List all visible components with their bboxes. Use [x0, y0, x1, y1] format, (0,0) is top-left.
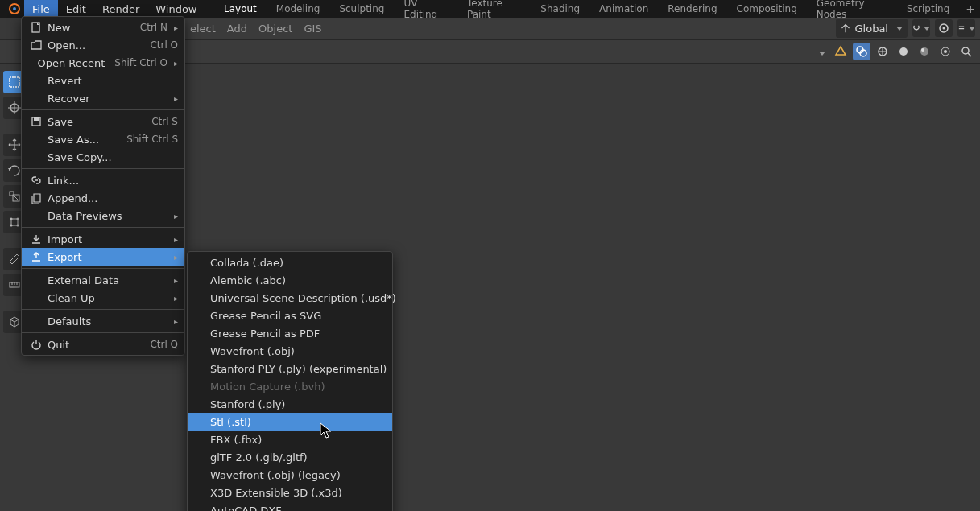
top-menu-file[interactable]: File [24, 0, 58, 18]
file-menu-open[interactable]: Open...Ctrl O [22, 36, 184, 54]
file-menu-external-data[interactable]: External Data▸ [22, 271, 184, 289]
workspace-add-button[interactable]: + [966, 2, 975, 15]
workspace-tab-compositing[interactable]: Compositing [727, 0, 807, 18]
export-wavefront-obj[interactable]: Wavefront (.obj) [188, 342, 392, 360]
submenu-arrow-icon: ▸ [174, 276, 178, 285]
file-menu-revert[interactable]: Revert [22, 72, 184, 89]
file-menu-save-as[interactable]: Save As...Shift Ctrl S [22, 130, 184, 148]
menu-item-shortcut: Ctrl S [151, 116, 178, 127]
export-autocad-dxf[interactable]: AutoCAD DXF [188, 501, 392, 511]
file-menu-recover[interactable]: Recover▸ [22, 89, 184, 107]
viewport-search[interactable] [957, 43, 975, 60]
workspace-tab-uv-editing[interactable]: UV Editing [394, 0, 457, 18]
workspace-tab-modeling[interactable]: Modeling [267, 0, 330, 18]
menu-item-label: Wavefront (.obj) (legacy) [210, 469, 386, 481]
file-menu-save[interactable]: SaveCtrl S [22, 113, 184, 130]
folder-icon [28, 39, 44, 51]
file-menu-new[interactable]: NewCtrl N▸ [22, 19, 184, 36]
menu-separator [22, 227, 184, 228]
file-menu-popup: NewCtrl N▸Open...Ctrl OOpen RecentShift … [21, 16, 185, 356]
submenu-arrow-icon: ▸ [174, 59, 178, 68]
export-alembic-abc[interactable]: Alembic (.abc) [188, 271, 392, 289]
workspace-tab-texture-paint[interactable]: Texture Paint [457, 0, 531, 18]
app-logo [5, 0, 24, 18]
tool-header: electAddObjectGIS Global [185, 18, 980, 39]
export-gltf-2-0-glb-gltf[interactable]: glTF 2.0 (.glb/.gltf) [188, 448, 392, 466]
file-menu-export[interactable]: Export▸ [22, 248, 184, 266]
menu-item-label: Stanford (.ply) [210, 398, 386, 410]
menu-item-label: Universal Scene Description (.usd*) [210, 292, 396, 304]
workspace-tab-animation[interactable]: Animation [589, 0, 658, 18]
export-wavefront-obj-legacy[interactable]: Wavefront (.obj) (legacy) [188, 466, 392, 484]
svg-point-26 [10, 218, 13, 220]
file-menu-save-copy[interactable]: Save Copy... [22, 148, 184, 166]
workspace-tab-strip: LayoutModelingSculptingUV EditingTexture… [209, 0, 980, 19]
file-menu-clean-up[interactable]: Clean Up▸ [22, 289, 184, 307]
export-grease-pencil-as-pdf[interactable]: Grease Pencil as PDF [188, 324, 392, 342]
search-icon [960, 45, 973, 58]
workspace-tab-geometry-nodes[interactable]: Geometry Nodes [807, 0, 897, 18]
export-stl-stl[interactable]: Stl (.stl) [188, 413, 392, 431]
import-icon [28, 233, 44, 245]
menu-item-label: Stanford PLY (.ply) (experimental) [210, 363, 387, 375]
menu-separator [22, 309, 184, 310]
menu-item-shortcut: Shift Ctrl O [114, 57, 167, 68]
submenu-arrow-icon: ▸ [174, 23, 178, 32]
export-stanford-ply-ply-experimental[interactable]: Stanford PLY (.ply) (experimental) [188, 360, 392, 377]
power-icon [28, 339, 44, 350]
svg-point-1 [13, 7, 16, 10]
svg-point-3 [943, 27, 945, 30]
workspace-tab-rendering[interactable]: Rendering [658, 0, 726, 18]
export-stanford-ply[interactable]: Stanford (.ply) [188, 395, 392, 413]
file-menu-data-previews[interactable]: Data Previews▸ [22, 207, 184, 225]
file-menu-append[interactable]: Append... [22, 189, 184, 207]
transform-orientation-dropdown[interactable]: Global [836, 19, 908, 38]
menu-item-label: Collada (.dae) [210, 257, 386, 269]
header-menu-object[interactable]: Object [258, 23, 292, 35]
save-icon [28, 116, 44, 127]
show-overlays-toggle[interactable] [853, 43, 870, 60]
menu-item-label: Data Previews [48, 210, 167, 222]
export-universal-scene-description-usd[interactable]: Universal Scene Description (.usd*) [188, 289, 392, 307]
export-grease-pencil-as-svg[interactable]: Grease Pencil as SVG [188, 307, 392, 324]
proportional-edit-toggle[interactable] [935, 19, 953, 37]
selectability-caret[interactable] [816, 46, 825, 58]
file-menu-import[interactable]: Import▸ [22, 230, 184, 248]
top-menu-edit[interactable]: Edit [58, 0, 94, 18]
header-menu-elect[interactable]: elect [190, 23, 216, 35]
workspace-tab-layout[interactable]: Layout [214, 0, 267, 18]
header-menu-gis[interactable]: GIS [304, 23, 321, 35]
chevron-down-icon [819, 52, 825, 56]
top-menu-render[interactable]: Render [94, 0, 147, 18]
menu-item-label: Clean Up [48, 292, 167, 304]
menu-item-label: Grease Pencil as PDF [210, 328, 386, 340]
file-menu-defaults[interactable]: Defaults▸ [22, 312, 184, 330]
shading-wireframe[interactable] [874, 43, 891, 60]
snap-toggle[interactable] [912, 19, 930, 37]
workspace-tab-scripting[interactable]: Scripting [897, 0, 959, 18]
svg-point-10 [899, 47, 908, 56]
file-menu-link[interactable]: Link... [22, 171, 184, 189]
workspace-tab-shading[interactable]: Shading [531, 0, 589, 18]
gizmo-icon [834, 45, 847, 58]
shading-rendered[interactable] [937, 43, 954, 60]
options-dropdown[interactable] [957, 19, 975, 37]
export-collada-dae[interactable]: Collada (.dae) [188, 253, 392, 271]
workspace-tab-sculpting[interactable]: Sculpting [329, 0, 394, 18]
export-x3d-extensible-3d-x3d[interactable]: X3D Extensible 3D (.x3d) [188, 484, 392, 501]
top-menu-window[interactable]: Window [147, 0, 205, 18]
export-fbx-fbx[interactable]: FBX (.fbx) [188, 431, 392, 448]
submenu-arrow-icon: ▸ [174, 317, 178, 326]
shading-material[interactable] [916, 43, 933, 60]
file-menu-open-recent[interactable]: Open RecentShift Ctrl O▸ [22, 54, 184, 72]
file-menu-quit[interactable]: QuitCtrl Q [22, 336, 184, 353]
show-gizmos-toggle[interactable] [832, 43, 850, 60]
svg-point-28 [10, 225, 13, 227]
header-menu-add[interactable]: Add [227, 23, 247, 35]
tool-header-right: Global [836, 19, 975, 38]
menu-item-label: Save As... [48, 134, 117, 146]
menu-separator [22, 109, 184, 110]
shading-solid[interactable] [895, 43, 912, 60]
export-motion-capture-bvh: Motion Capture (.bvh) [188, 377, 392, 395]
overlay-icon [855, 45, 868, 58]
